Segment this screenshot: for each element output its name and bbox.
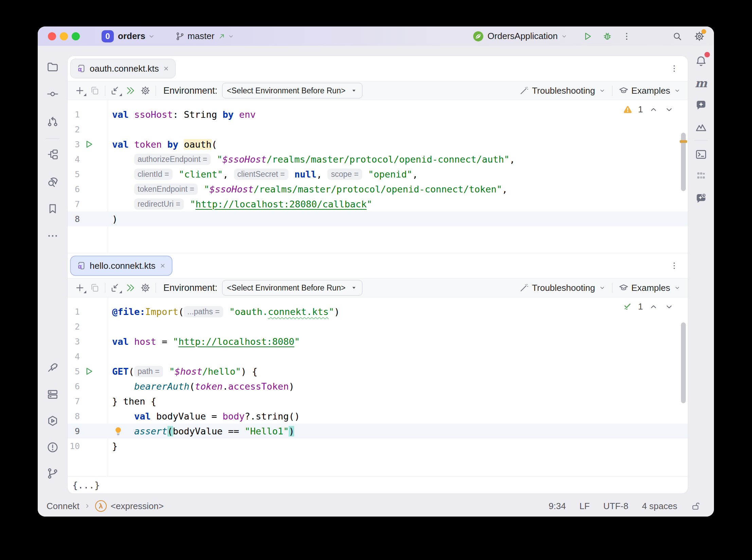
code-segment: ( [178, 306, 184, 317]
run-line-icon[interactable] [84, 366, 94, 376]
k2-mode-icon[interactable] [694, 169, 709, 184]
code-line[interactable]: 10} [68, 438, 688, 453]
ai-assistant-tool-button[interactable] [694, 98, 709, 113]
next-problem-chevron-icon[interactable] [664, 105, 674, 115]
code-line[interactable]: 4 authorizeEndpoint = "$ssoHost/realms/m… [68, 152, 688, 167]
chat-history-tool-button[interactable] [694, 191, 709, 206]
code-line[interactable]: 7 redirectUri = "http://localhost:28080/… [68, 197, 688, 211]
close-tab-icon[interactable] [159, 262, 166, 269]
code-line[interactable]: 1@file:Import(...paths = "oauth.connekt.… [68, 304, 688, 319]
run-button[interactable] [582, 31, 593, 42]
code-line[interactable]: 9 assert(bodyValue == "Hello1") [68, 424, 688, 438]
code-line[interactable]: 3val token by oauth( [68, 137, 688, 152]
code-line[interactable]: 6 bearerAuth(token.accessToken) [68, 379, 688, 394]
code-line[interactable]: 2 [68, 122, 688, 137]
build-tool-button[interactable] [45, 360, 60, 375]
minimize-window-button[interactable] [60, 32, 68, 40]
folded-region-footer[interactable]: {...} [68, 476, 688, 493]
code-segment [129, 139, 134, 150]
more-tools-button[interactable] [45, 228, 60, 243]
settings-gear-icon[interactable] [138, 281, 153, 295]
code-editor-oauth[interactable]: 1val ssoHost: String by env23val token b… [68, 100, 688, 253]
prev-problem-chevron-icon[interactable] [648, 302, 659, 312]
project-tool-button[interactable] [45, 59, 60, 74]
problems-tool-button[interactable] [45, 440, 60, 455]
code-line[interactable]: 8) [68, 211, 688, 226]
tab-options-kebab-icon[interactable] [669, 261, 679, 270]
code-line[interactable]: 4 [68, 349, 688, 364]
pull-requests-tool-button[interactable] [45, 114, 60, 129]
bookmarks-tool-button[interactable] [45, 201, 60, 216]
tab-oauth-connekt-kts[interactable]: oauth.connekt.kts [71, 59, 175, 78]
scrollbar-warning-mark[interactable] [680, 140, 687, 143]
more-actions-kebab-icon[interactable] [622, 31, 632, 41]
troubleshooting-menu[interactable]: Troubleshooting [519, 283, 606, 293]
close-window-button[interactable] [48, 32, 56, 40]
settings-gear-icon[interactable] [138, 84, 153, 97]
code-line[interactable]: 8 val bodyValue = body?.string() [68, 409, 688, 424]
code-line[interactable]: 1val ssoHost: String by env [68, 107, 688, 122]
project-widget[interactable]: orders [118, 31, 156, 41]
add-request-button[interactable] [72, 84, 87, 97]
intention-bulb[interactable] [113, 426, 123, 436]
breadcrumb-root[interactable]: Connekt [47, 501, 79, 511]
structure-tool-button[interactable] [45, 147, 60, 162]
unlocked-icon[interactable] [691, 501, 701, 511]
notifications-bell-icon[interactable] [694, 54, 709, 69]
maven-tool-button[interactable]: m [694, 76, 709, 91]
copy-button[interactable] [87, 84, 102, 97]
commit-tool-button[interactable] [45, 87, 60, 101]
caret-position[interactable]: 9:34 [549, 501, 566, 511]
import-button[interactable] [108, 84, 123, 97]
prev-problem-chevron-icon[interactable] [648, 105, 659, 115]
code-line[interactable]: 7} then { [68, 394, 688, 409]
run-all-button[interactable] [123, 84, 138, 97]
code-segment [173, 169, 179, 180]
code-line[interactable]: 5GET(path = "$host/hello") { [68, 364, 688, 379]
code-line[interactable]: 5 clientId = "client", clientSecret = nu… [68, 167, 688, 182]
services-tool-button[interactable] [45, 387, 60, 402]
code-editor-hello[interactable]: 1@file:Import(...paths = "oauth.connekt.… [68, 297, 688, 476]
inspection-widget[interactable]: 1 [623, 301, 674, 312]
inspection-widget[interactable]: 1 [623, 104, 674, 115]
code-segment [112, 199, 134, 209]
breadcrumb-leaf[interactable]: <expression> [111, 501, 164, 511]
environment-select[interactable]: <Select Environment Before Run> [222, 83, 362, 98]
import-button[interactable] [108, 281, 123, 295]
debug-button[interactable] [602, 31, 613, 42]
zoom-window-button[interactable] [72, 32, 80, 40]
examples-menu[interactable]: Examples [619, 86, 681, 96]
tab-options-kebab-icon[interactable] [669, 64, 679, 73]
code-segment: clientId = [134, 169, 173, 180]
code-segment: " [169, 366, 175, 377]
terminal-tool-button[interactable] [694, 147, 709, 162]
add-request-button[interactable] [72, 281, 87, 295]
run-tool-button[interactable] [45, 413, 60, 428]
profiler-tool-button[interactable] [694, 120, 709, 135]
search-everywhere-icon[interactable] [672, 31, 683, 42]
troubleshooting-menu[interactable]: Troubleshooting [519, 86, 606, 96]
copy-button[interactable] [87, 281, 102, 295]
close-tab-icon[interactable] [162, 65, 170, 72]
next-problem-chevron-icon[interactable] [664, 302, 674, 312]
line-separator[interactable]: LF [579, 501, 590, 511]
run-configuration-widget[interactable]: OrdersApplication [472, 31, 568, 42]
chevron-right-icon [84, 502, 91, 510]
scrollbar-thumb[interactable] [681, 322, 686, 403]
vcs-widget[interactable]: master [175, 31, 235, 41]
version-control-tool-button[interactable] [45, 466, 60, 481]
run-all-button[interactable] [123, 281, 138, 295]
project-badge[interactable]: 0 [102, 30, 114, 42]
run-line-icon[interactable] [84, 139, 94, 149]
examples-menu[interactable]: Examples [619, 283, 681, 293]
tab-hello-connekt-kts[interactable]: hello.connekt.kts [71, 256, 172, 275]
environment-select[interactable]: <Select Environment Before Run> [222, 280, 362, 296]
indent-style[interactable]: 4 spaces [642, 501, 677, 511]
find-tool-button[interactable] [45, 174, 60, 189]
code-line[interactable]: 6 tokenEndpoint = "$ssoHost/realms/maste… [68, 182, 688, 197]
code-line[interactable]: 2 [68, 319, 688, 334]
intention-bulb-icon[interactable] [113, 426, 123, 436]
settings-button[interactable] [694, 31, 705, 42]
code-line[interactable]: 3val host = "http://localhost:8080" [68, 334, 688, 349]
file-encoding[interactable]: UTF-8 [603, 501, 628, 511]
